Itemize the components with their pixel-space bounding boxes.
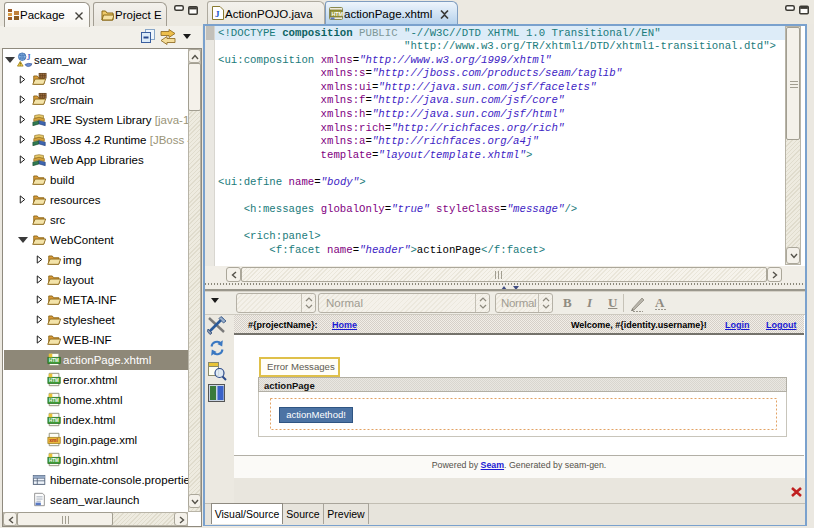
- svg-text:HTM: HTM: [331, 11, 343, 17]
- svg-text:J: J: [215, 9, 220, 19]
- svg-text:A: A: [655, 295, 665, 310]
